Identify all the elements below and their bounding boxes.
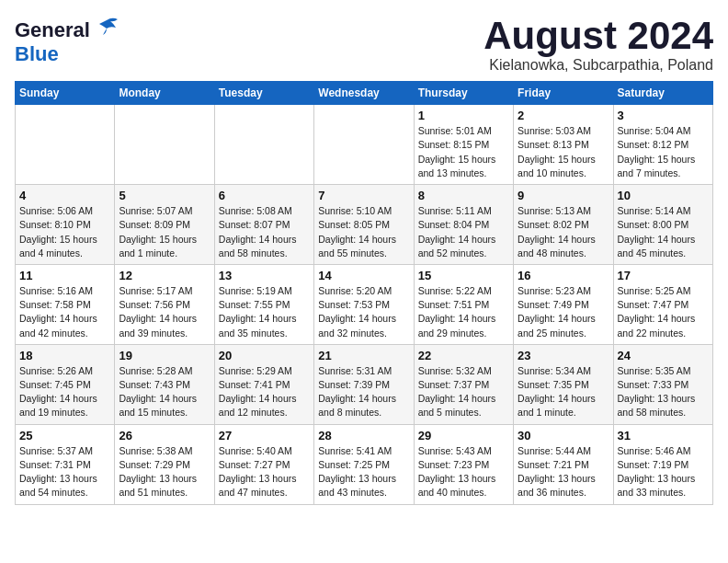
calendar-cell: 8Sunrise: 5:11 AM Sunset: 8:04 PM Daylig… <box>414 185 513 265</box>
day-number: 4 <box>19 189 110 202</box>
day-number: 22 <box>418 349 509 362</box>
day-info: Sunrise: 5:13 AM Sunset: 8:02 PM Dayligh… <box>518 204 609 260</box>
calendar-week-row: 4Sunrise: 5:06 AM Sunset: 8:10 PM Daylig… <box>16 185 713 265</box>
day-info: Sunrise: 5:35 AM Sunset: 7:33 PM Dayligh… <box>618 364 709 420</box>
header: General Blue August 2024 Kielanowka, Sub… <box>15 15 713 74</box>
calendar-cell <box>214 105 313 185</box>
day-info: Sunrise: 5:04 AM Sunset: 8:12 PM Dayligh… <box>618 124 709 180</box>
calendar-cell: 11Sunrise: 5:16 AM Sunset: 7:58 PM Dayli… <box>16 264 115 344</box>
day-number: 15 <box>418 269 509 282</box>
day-info: Sunrise: 5:22 AM Sunset: 7:51 PM Dayligh… <box>418 284 509 340</box>
day-number: 27 <box>219 429 310 442</box>
day-info: Sunrise: 5:06 AM Sunset: 8:10 PM Dayligh… <box>19 204 110 260</box>
calendar-cell: 3Sunrise: 5:04 AM Sunset: 8:12 PM Daylig… <box>613 105 712 185</box>
day-of-week-header: Sunday <box>16 82 115 105</box>
day-info: Sunrise: 5:28 AM Sunset: 7:43 PM Dayligh… <box>119 364 210 420</box>
calendar-week-row: 11Sunrise: 5:16 AM Sunset: 7:58 PM Dayli… <box>16 264 713 344</box>
calendar-cell: 18Sunrise: 5:26 AM Sunset: 7:45 PM Dayli… <box>16 344 115 424</box>
day-number: 20 <box>219 349 310 362</box>
day-info: Sunrise: 5:10 AM Sunset: 8:05 PM Dayligh… <box>318 204 409 260</box>
day-number: 8 <box>418 189 509 202</box>
calendar-cell: 2Sunrise: 5:03 AM Sunset: 8:13 PM Daylig… <box>514 105 613 185</box>
calendar-cell: 7Sunrise: 5:10 AM Sunset: 8:05 PM Daylig… <box>314 185 414 265</box>
day-of-week-header: Saturday <box>613 82 712 105</box>
day-number: 3 <box>618 109 709 122</box>
day-number: 23 <box>518 349 609 362</box>
day-info: Sunrise: 5:38 AM Sunset: 7:29 PM Dayligh… <box>119 444 210 500</box>
day-info: Sunrise: 5:46 AM Sunset: 7:19 PM Dayligh… <box>618 444 709 500</box>
calendar-cell: 16Sunrise: 5:23 AM Sunset: 7:49 PM Dayli… <box>514 264 613 344</box>
day-info: Sunrise: 5:03 AM Sunset: 8:13 PM Dayligh… <box>518 124 609 180</box>
calendar-cell: 25Sunrise: 5:37 AM Sunset: 7:31 PM Dayli… <box>16 424 115 504</box>
calendar-cell: 15Sunrise: 5:22 AM Sunset: 7:51 PM Dayli… <box>414 264 513 344</box>
calendar-cell: 21Sunrise: 5:31 AM Sunset: 7:39 PM Dayli… <box>314 344 414 424</box>
day-info: Sunrise: 5:17 AM Sunset: 7:56 PM Dayligh… <box>119 284 210 340</box>
location-subtitle: Kielanowka, Subcarpathia, Poland <box>483 57 713 74</box>
day-number: 14 <box>318 269 409 282</box>
calendar-cell: 22Sunrise: 5:32 AM Sunset: 7:37 PM Dayli… <box>414 344 513 424</box>
title-block: August 2024 Kielanowka, Subcarpathia, Po… <box>483 15 713 74</box>
calendar-cell: 28Sunrise: 5:41 AM Sunset: 7:25 PM Dayli… <box>314 424 414 504</box>
day-number: 5 <box>119 189 210 202</box>
calendar-cell: 24Sunrise: 5:35 AM Sunset: 7:33 PM Dayli… <box>613 344 712 424</box>
day-number: 26 <box>119 429 210 442</box>
day-number: 21 <box>318 349 409 362</box>
month-year-title: August 2024 <box>483 15 713 57</box>
day-number: 17 <box>618 269 709 282</box>
day-info: Sunrise: 5:19 AM Sunset: 7:55 PM Dayligh… <box>219 284 310 340</box>
calendar-cell <box>16 105 115 185</box>
day-number: 16 <box>518 269 609 282</box>
day-number: 19 <box>119 349 210 362</box>
calendar-cell: 6Sunrise: 5:08 AM Sunset: 8:07 PM Daylig… <box>214 185 313 265</box>
calendar-week-row: 18Sunrise: 5:26 AM Sunset: 7:45 PM Dayli… <box>16 344 713 424</box>
calendar-week-row: 25Sunrise: 5:37 AM Sunset: 7:31 PM Dayli… <box>16 424 713 504</box>
day-info: Sunrise: 5:34 AM Sunset: 7:35 PM Dayligh… <box>518 364 609 420</box>
calendar-cell: 26Sunrise: 5:38 AM Sunset: 7:29 PM Dayli… <box>115 424 214 504</box>
calendar-week-row: 1Sunrise: 5:01 AM Sunset: 8:15 PM Daylig… <box>16 105 713 185</box>
day-info: Sunrise: 5:20 AM Sunset: 7:53 PM Dayligh… <box>318 284 409 340</box>
day-number: 30 <box>518 429 609 442</box>
day-number: 29 <box>418 429 509 442</box>
day-number: 18 <box>19 349 110 362</box>
calendar-header-row: SundayMondayTuesdayWednesdayThursdayFrid… <box>16 82 713 105</box>
calendar-cell: 19Sunrise: 5:28 AM Sunset: 7:43 PM Dayli… <box>115 344 214 424</box>
calendar-cell: 27Sunrise: 5:40 AM Sunset: 7:27 PM Dayli… <box>214 424 313 504</box>
day-of-week-header: Monday <box>115 82 214 105</box>
day-info: Sunrise: 5:01 AM Sunset: 8:15 PM Dayligh… <box>418 124 509 180</box>
day-info: Sunrise: 5:44 AM Sunset: 7:21 PM Dayligh… <box>518 444 609 500</box>
calendar-cell: 17Sunrise: 5:25 AM Sunset: 7:47 PM Dayli… <box>613 264 712 344</box>
day-number: 7 <box>318 189 409 202</box>
calendar-cell: 12Sunrise: 5:17 AM Sunset: 7:56 PM Dayli… <box>115 264 214 344</box>
day-number: 24 <box>618 349 709 362</box>
day-number: 2 <box>518 109 609 122</box>
day-info: Sunrise: 5:43 AM Sunset: 7:23 PM Dayligh… <box>418 444 509 500</box>
day-number: 1 <box>418 109 509 122</box>
calendar-cell: 29Sunrise: 5:43 AM Sunset: 7:23 PM Dayli… <box>414 424 513 504</box>
calendar-cell: 5Sunrise: 5:07 AM Sunset: 8:09 PM Daylig… <box>115 185 214 265</box>
day-number: 10 <box>618 189 709 202</box>
calendar-table: SundayMondayTuesdayWednesdayThursdayFrid… <box>15 81 713 504</box>
day-info: Sunrise: 5:14 AM Sunset: 8:00 PM Dayligh… <box>618 204 709 260</box>
calendar-cell: 9Sunrise: 5:13 AM Sunset: 8:02 PM Daylig… <box>514 185 613 265</box>
day-number: 9 <box>518 189 609 202</box>
calendar-cell: 31Sunrise: 5:46 AM Sunset: 7:19 PM Dayli… <box>613 424 712 504</box>
day-of-week-header: Thursday <box>414 82 513 105</box>
calendar-cell: 30Sunrise: 5:44 AM Sunset: 7:21 PM Dayli… <box>514 424 613 504</box>
calendar-cell <box>115 105 214 185</box>
day-number: 13 <box>219 269 310 282</box>
logo-bird-icon <box>94 15 119 46</box>
day-info: Sunrise: 5:26 AM Sunset: 7:45 PM Dayligh… <box>19 364 110 420</box>
day-of-week-header: Wednesday <box>314 82 414 105</box>
calendar-cell: 1Sunrise: 5:01 AM Sunset: 8:15 PM Daylig… <box>414 105 513 185</box>
day-of-week-header: Tuesday <box>214 82 313 105</box>
day-info: Sunrise: 5:29 AM Sunset: 7:41 PM Dayligh… <box>219 364 310 420</box>
day-info: Sunrise: 5:31 AM Sunset: 7:39 PM Dayligh… <box>318 364 409 420</box>
calendar-cell: 13Sunrise: 5:19 AM Sunset: 7:55 PM Dayli… <box>214 264 313 344</box>
day-info: Sunrise: 5:16 AM Sunset: 7:58 PM Dayligh… <box>19 284 110 340</box>
calendar-cell: 20Sunrise: 5:29 AM Sunset: 7:41 PM Dayli… <box>214 344 313 424</box>
day-number: 12 <box>119 269 210 282</box>
day-info: Sunrise: 5:07 AM Sunset: 8:09 PM Dayligh… <box>119 204 210 260</box>
calendar-cell <box>314 105 414 185</box>
day-info: Sunrise: 5:37 AM Sunset: 7:31 PM Dayligh… <box>19 444 110 500</box>
logo-blue: Blue <box>15 42 59 66</box>
